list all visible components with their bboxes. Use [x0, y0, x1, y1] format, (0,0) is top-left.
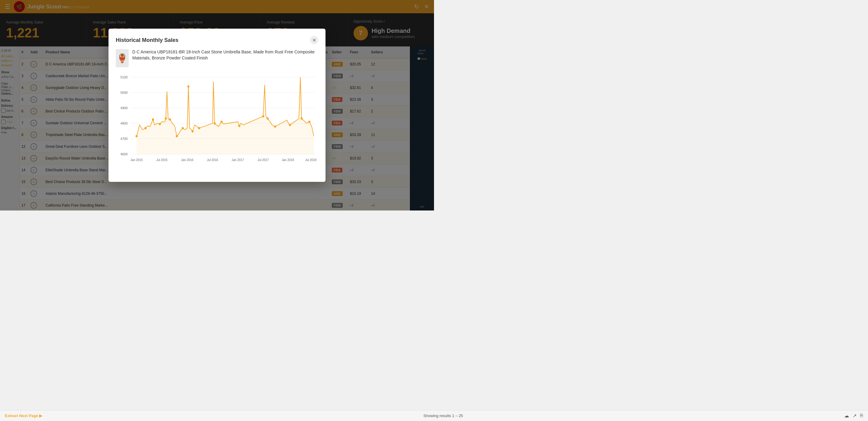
modal-header: Historical Monthly Sales ✕: [116, 36, 318, 44]
chart-dot: [301, 117, 303, 119]
chart-dot: [176, 135, 178, 137]
chart-dot: [214, 122, 216, 124]
chart-dot: [239, 125, 241, 127]
chart-dot: [192, 130, 194, 132]
svg-text:Jan 2016: Jan 2016: [181, 158, 193, 162]
chart-dot: [144, 127, 147, 129]
modal-title: Historical Monthly Sales: [116, 37, 179, 43]
chart-dot: [308, 121, 310, 123]
chart-dot: [289, 124, 291, 126]
modal-overlay[interactable]: Historical Monthly Sales ✕ 🏺 D C America…: [0, 0, 434, 210]
chart-dot: [198, 127, 200, 129]
chart-dot: [169, 119, 171, 121]
svg-text:4700: 4700: [120, 137, 127, 141]
chart-dot: [159, 123, 161, 125]
product-thumbnail: 🏺: [116, 49, 129, 67]
chart-dot: [267, 117, 269, 119]
chart-dot: [135, 135, 138, 137]
svg-text:Jul 2018: Jul 2018: [305, 158, 317, 162]
chart-dot: [182, 127, 184, 129]
svg-text:Jul 2017: Jul 2017: [258, 158, 269, 162]
chart-dot: [152, 119, 154, 121]
svg-text:Jul 2015: Jul 2015: [156, 158, 168, 162]
svg-text:5000: 5000: [120, 91, 127, 94]
sales-chart: 5100 5000 4900 4800 4700 4600 Jan 2015 J…: [116, 72, 318, 175]
chart-dot: [187, 85, 190, 87]
chart-area-fill: [136, 77, 314, 154]
chart-dot: [262, 115, 264, 117]
chart-dot: [220, 121, 222, 123]
svg-text:4900: 4900: [120, 106, 127, 110]
svg-text:Jan 2017: Jan 2017: [232, 158, 244, 162]
svg-text:5100: 5100: [120, 76, 127, 79]
chart-dot: [165, 117, 167, 119]
svg-text:Jan 2018: Jan 2018: [282, 158, 294, 162]
product-name: D C America UBP18181-BR 18-Inch Cast Sto…: [132, 49, 318, 61]
chart-lines: [135, 77, 314, 154]
chart-container: 5100 5000 4900 4800 4700 4600 Jan 2015 J…: [116, 72, 318, 175]
svg-text:Jan 2015: Jan 2015: [130, 158, 143, 162]
historical-sales-modal: Historical Monthly Sales ✕ 🏺 D C America…: [108, 29, 326, 182]
modal-close-button[interactable]: ✕: [310, 36, 318, 44]
chart-dot: [274, 125, 276, 127]
svg-text:4800: 4800: [120, 122, 127, 125]
modal-product-info: 🏺 D C America UBP18181-BR 18-Inch Cast S…: [116, 49, 318, 67]
svg-text:Jul 2016: Jul 2016: [207, 158, 218, 162]
svg-text:4600: 4600: [120, 152, 127, 156]
